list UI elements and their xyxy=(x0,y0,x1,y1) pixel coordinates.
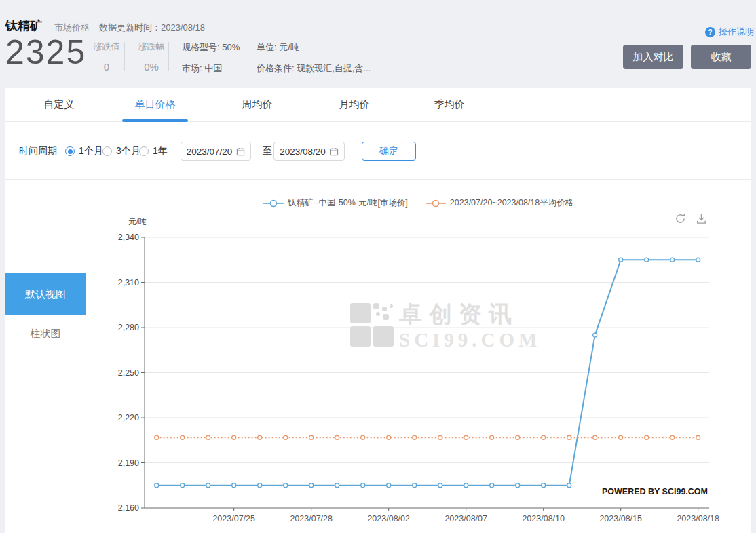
legend-item[interactable]: 2023/07/20~2023/08/18平均价格 xyxy=(426,197,573,209)
period-label: 时间周期 xyxy=(19,145,57,157)
svg-text:2,310: 2,310 xyxy=(118,278,139,288)
page: 钛精矿 市场价格 数据更新时间：2023/08/18 ? 操作说明 2325 涨… xyxy=(0,0,756,533)
main-panel: 自定义 单日价格 周均价 月均价 季均价 时间周期 1个月 3个月 1年 202… xyxy=(5,88,751,533)
radio-dot xyxy=(139,146,149,156)
x-axis-labels: 2023/07/252023/07/282023/08/022023/08/07… xyxy=(212,514,719,524)
sidebar-item-bar-chart[interactable]: 柱状图 xyxy=(5,328,86,340)
legend-label: 钛精矿--中国-50%-元/吨[市场价] xyxy=(288,197,408,209)
favorite-button[interactable]: 收藏 xyxy=(691,45,751,69)
start-date-input[interactable]: 2023/07/20 xyxy=(181,142,251,161)
question-icon: ? xyxy=(705,27,715,37)
spec-label: 规格型号: 50% xyxy=(182,41,240,54)
help-link[interactable]: ? 操作说明 xyxy=(705,26,754,38)
svg-text:2,160: 2,160 xyxy=(118,503,139,513)
change-pct-block: 涨跌幅 0% xyxy=(134,41,168,73)
change-pct: 0% xyxy=(134,61,168,73)
spec-market-block: 规格型号: 50% 市场: 中国 xyxy=(182,41,240,75)
divider xyxy=(124,42,125,71)
end-date-value: 2023/08/20 xyxy=(280,146,326,157)
svg-text:2,250: 2,250 xyxy=(118,368,139,378)
current-price: 2325 xyxy=(5,33,86,72)
chart-area: 钛精矿--中国-50%-元/吨[市场价]2023/07/20~2023/08/1… xyxy=(86,180,751,533)
chart-legend: 钛精矿--中国-50%-元/吨[市场价]2023/07/20~2023/08/1… xyxy=(86,197,751,209)
change-pct-label: 涨跌幅 xyxy=(134,41,168,53)
time-filter-row: 时间周期 1个月 3个月 1年 2023/07/20 至 2023/08/20 xyxy=(5,122,751,180)
radio-1year[interactable]: 1年 xyxy=(139,145,168,157)
help-label: 操作说明 xyxy=(719,26,754,38)
y-axis-labels: 2,1602,1902,2202,2502,2802,3102,340 xyxy=(118,233,139,513)
svg-text:2023/07/28: 2023/07/28 xyxy=(290,514,333,524)
change-value-block: 涨跌值 0 xyxy=(91,41,122,73)
update-time: 数据更新时间：2023/08/18 xyxy=(99,22,205,34)
calendar-icon xyxy=(330,147,339,156)
unit-condition-block: 单位: 元/吨 价格条件: 现款现汇,自提,含... xyxy=(257,41,371,75)
legend-label: 2023/07/20~2023/08/18平均价格 xyxy=(450,197,573,209)
to-label: 至 xyxy=(263,145,272,157)
market-label: 市场: 中国 xyxy=(182,62,240,75)
svg-text:2023/08/10: 2023/08/10 xyxy=(522,514,565,524)
sidebar-item-default-view[interactable]: 默认视图 xyxy=(5,273,86,315)
add-compare-button[interactable]: 加入对比 xyxy=(623,45,683,69)
end-date-input[interactable]: 2023/08/20 xyxy=(273,142,345,161)
tab-quarterly-avg[interactable]: 季均价 xyxy=(429,88,470,122)
powered-by-label: POWERED BY SCI99.COM xyxy=(602,487,708,496)
svg-text:2,190: 2,190 xyxy=(118,458,139,468)
legend-marker-icon xyxy=(263,199,284,208)
tab-monthly-avg[interactable]: 月均价 xyxy=(334,88,375,122)
tab-weekly-avg[interactable]: 周均价 xyxy=(237,88,278,122)
radio-dot xyxy=(65,146,75,156)
legend-marker-icon xyxy=(426,199,446,208)
confirm-button[interactable]: 确定 xyxy=(362,142,416,161)
price-line-chart[interactable]: 2,1602,1902,2202,2502,2802,3102,3402023/… xyxy=(86,220,751,533)
condition-label: 价格条件: 现款现汇,自提,含... xyxy=(257,62,371,75)
svg-text:2023/08/02: 2023/08/02 xyxy=(367,514,410,524)
radio-3months-label: 3个月 xyxy=(116,145,140,157)
radio-3months[interactable]: 3个月 xyxy=(102,145,140,157)
svg-text:2023/08/18: 2023/08/18 xyxy=(677,514,719,524)
tab-custom[interactable]: 自定义 xyxy=(39,88,79,122)
calendar-icon xyxy=(236,147,245,156)
unit-label: 单位: 元/吨 xyxy=(257,41,371,54)
series-average xyxy=(155,435,700,439)
svg-text:2,280: 2,280 xyxy=(118,323,139,332)
divider xyxy=(168,42,169,71)
start-date-value: 2023/07/20 xyxy=(187,146,233,157)
change-value-label: 涨跌值 xyxy=(91,41,122,53)
price-header: 钛精矿 市场价格 数据更新时间：2023/08/18 ? 操作说明 2325 涨… xyxy=(0,0,756,88)
radio-1month-label: 1个月 xyxy=(79,145,103,157)
axes xyxy=(141,237,709,511)
tab-bar: 自定义 单日价格 周均价 月均价 季均价 xyxy=(5,88,751,122)
radio-1year-label: 1年 xyxy=(153,145,168,157)
svg-text:2023/08/15: 2023/08/15 xyxy=(599,514,642,524)
update-time-label: 数据更新时间： xyxy=(99,22,161,33)
update-time-value: 2023/08/18 xyxy=(161,22,205,33)
change-value: 0 xyxy=(91,61,122,73)
svg-text:2,340: 2,340 xyxy=(118,233,139,242)
commodity-title: 钛精矿 xyxy=(5,18,42,34)
svg-text:2,220: 2,220 xyxy=(118,413,139,422)
radio-1month[interactable]: 1个月 xyxy=(65,145,103,157)
legend-item[interactable]: 钛精矿--中国-50%-元/吨[市场价] xyxy=(263,197,408,209)
svg-text:2023/07/25: 2023/07/25 xyxy=(212,514,255,524)
gridlines xyxy=(145,237,709,463)
tab-daily-price[interactable]: 单日价格 xyxy=(122,88,188,122)
radio-dot xyxy=(102,146,112,156)
svg-text:2023/08/07: 2023/08/07 xyxy=(445,514,487,524)
